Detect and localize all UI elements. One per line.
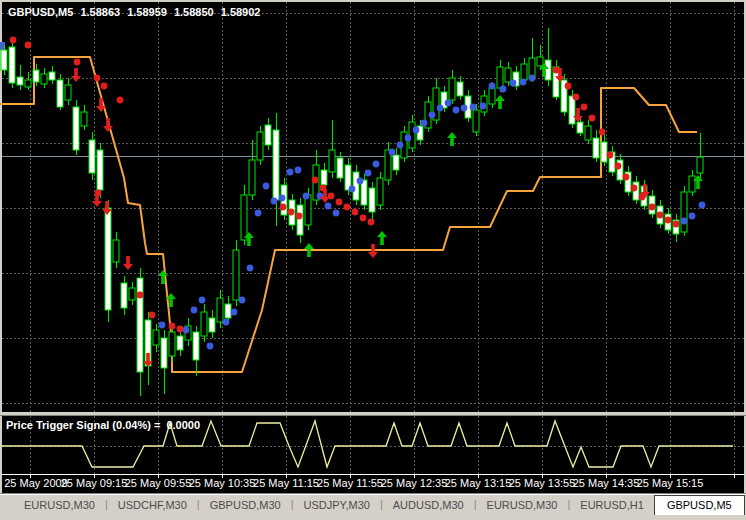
blue-dot (263, 183, 270, 190)
candle-body (449, 78, 455, 100)
blue-dot (231, 309, 238, 316)
candle-body (209, 318, 215, 332)
candle-body (377, 178, 383, 205)
red-dot (589, 115, 596, 122)
candle-body (89, 140, 95, 173)
time-axis-label: 25 May 11:15 (253, 477, 319, 489)
time-axis-label: 25 May 09:55 (125, 477, 192, 489)
red-dot (137, 292, 144, 299)
blue-dot (159, 322, 166, 329)
blue-dot (255, 210, 262, 217)
candle-body (593, 138, 599, 158)
time-axis[interactable]: 25 May 200925 May 09:1525 May 09:5525 Ma… (0, 477, 746, 493)
blue-dot (223, 319, 230, 326)
red-dot (649, 204, 656, 211)
candle-body (57, 80, 63, 107)
candle-body (225, 304, 231, 318)
blue-dot (699, 202, 706, 209)
candle-body (585, 126, 591, 140)
blue-dot (489, 83, 496, 90)
candle-body (273, 130, 279, 200)
candle-body (25, 80, 31, 87)
candle-body (113, 240, 119, 262)
time-axis-label: 25 May 09:15 (61, 477, 128, 489)
candle-body (265, 125, 271, 145)
red-dot (352, 209, 359, 216)
time-axis-label: 25 May 14:35 (573, 477, 640, 489)
blue-dot (303, 193, 310, 200)
candle-body (161, 338, 167, 368)
candle-body (697, 157, 703, 173)
blue-dot (373, 161, 380, 168)
blue-dot (333, 210, 340, 217)
quote-open: 1.58863 (80, 6, 120, 18)
blue-dot (365, 170, 372, 177)
blue-dot (279, 195, 286, 202)
red-dot (368, 219, 375, 226)
blue-dot (207, 343, 214, 350)
blue-dot (445, 100, 452, 107)
candle-body (17, 77, 23, 85)
candle-body (81, 112, 87, 126)
candle-body (1, 50, 7, 70)
chart-tab-gbpusd-m30[interactable]: GBPUSD,M30 (200, 496, 291, 513)
time-axis-label: 25 May 15:15 (637, 477, 704, 489)
candle-body (689, 176, 695, 192)
chart-tab-usdjpy-m30[interactable]: USDJPY,M30 (293, 496, 379, 513)
red-dot (623, 174, 630, 181)
blue-dot (520, 79, 527, 86)
candle-body (497, 67, 503, 88)
red-dot (573, 94, 580, 101)
chart-tab-gbpusd-m5[interactable]: GBPUSD,M5 (654, 495, 745, 515)
candle-body (297, 205, 303, 235)
candle-body (241, 195, 247, 240)
time-axis-label: 25 May 12:35 (381, 477, 448, 489)
mt4-chart-window: GBPUSD,M51.588631.589591.588501.58902 Pr… (0, 0, 746, 520)
time-axis-label: 25 May 13:15 (445, 477, 512, 489)
blue-dot (681, 218, 688, 225)
candle-body (177, 336, 183, 350)
red-dot (280, 204, 287, 211)
chart-tab-eurusd-h1[interactable]: EURUSD,H1 (570, 496, 654, 513)
chart-tab-usdchf-m30[interactable]: USDCHF,M30 (108, 496, 197, 513)
candle-body (41, 74, 47, 84)
candle-body (249, 160, 255, 195)
candle-body (97, 150, 103, 190)
chart-tab-audusd-m30[interactable]: AUDUSD,M30 (383, 496, 474, 513)
candle-body (329, 150, 335, 172)
chart-tab-eurusd-m30[interactable]: EURUSD,M30 (477, 496, 568, 513)
chart-tab-eurusd-m30[interactable]: EURUSD,M30 (14, 496, 105, 513)
candle-body (153, 330, 159, 345)
red-dot (10, 37, 17, 44)
red-dot (336, 199, 343, 206)
red-dot (360, 215, 367, 222)
red-dot (312, 177, 319, 184)
blue-dot (191, 307, 198, 314)
blue-dot (510, 80, 517, 87)
candle-body (545, 60, 551, 80)
blue-dot (239, 297, 246, 304)
blue-dot (413, 127, 420, 134)
red-dot (117, 97, 124, 104)
blue-dot (480, 103, 487, 110)
time-axis-label: 25 May 2009 (4, 477, 68, 489)
candle-body (505, 68, 511, 82)
blue-dot (405, 135, 412, 142)
red-dot (288, 209, 295, 216)
candle-body (321, 170, 327, 185)
time-axis-label: 25 May 10:35 (189, 477, 256, 489)
blue-dot (295, 167, 302, 174)
chart-tab-bar: EURUSD,M30|USDCHF,M30|GBPUSD,M30|USDJPY,… (0, 493, 746, 520)
time-axis-label: 25 May 11:55 (317, 477, 383, 489)
indicator-name-label: Price Trigger Signal (0.04%) =0.0000 (6, 419, 200, 431)
candle-body (233, 250, 239, 300)
blue-dot (357, 178, 364, 185)
red-dot (657, 212, 664, 219)
red-dot (581, 104, 588, 111)
candle-body (257, 132, 263, 160)
candle-body (49, 72, 55, 80)
candle-body (65, 85, 71, 100)
candle-body (681, 192, 687, 232)
blue-dot (470, 104, 477, 111)
candle-body (537, 57, 543, 66)
